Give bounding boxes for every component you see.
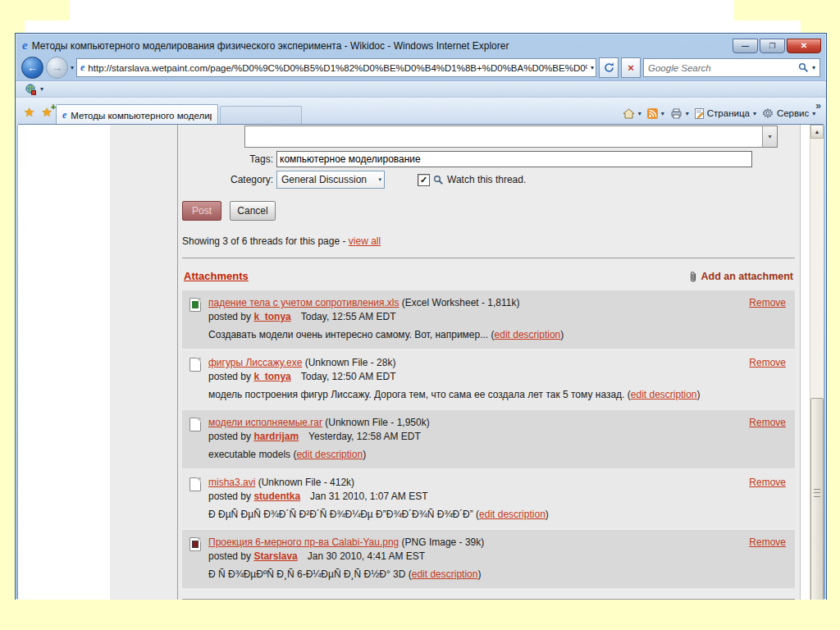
- tags-input[interactable]: [276, 151, 752, 167]
- page-sidebar: [110, 125, 178, 600]
- cancel-button[interactable]: Cancel: [230, 201, 276, 221]
- scrollbar-thumb[interactable]: [810, 398, 824, 600]
- attachment-name-link[interactable]: фигуры Лиссажу.exe: [208, 357, 302, 368]
- watch-label: Watch this thread.: [447, 174, 526, 185]
- add-favorite-plus: +: [51, 103, 56, 112]
- search-dropdown-icon[interactable]: [812, 64, 815, 71]
- address-dropdown-icon[interactable]: [591, 64, 594, 71]
- edit-description-link[interactable]: edit description: [479, 509, 546, 520]
- attachment-name-link[interactable]: Проекция 6-мерного пр-ва Calabi-Yau.png: [208, 536, 399, 548]
- attachment-user-link[interactable]: studentka: [253, 491, 300, 502]
- printer-icon: [670, 108, 682, 119]
- page-dropdown-icon[interactable]: [753, 110, 756, 117]
- attachments-heading[interactable]: Attachments: [184, 270, 249, 282]
- navigation-bar: e http://starslava.wetpaint.com/page/%D0…: [16, 55, 826, 80]
- category-label: Category:: [182, 174, 276, 185]
- combobox-arrow-icon[interactable]: [762, 126, 777, 147]
- search-input[interactable]: Google Search: [648, 63, 795, 73]
- home-icon: [623, 108, 635, 119]
- refresh-button[interactable]: [599, 57, 619, 78]
- tools-button-label: Сервис: [777, 108, 809, 118]
- attachment-description: Создавать модели очень интересно самому.…: [208, 329, 491, 340]
- minimize-button[interactable]: [733, 39, 758, 53]
- search-icon[interactable]: [798, 62, 809, 73]
- showing-text: Showing 3 of 6 threads for this page -: [182, 235, 349, 247]
- back-button[interactable]: [21, 57, 43, 79]
- tools-button[interactable]: Сервис: [762, 107, 815, 119]
- print-dropdown-icon[interactable]: [686, 110, 689, 117]
- attachment-row: Проекция 6-мерного пр-ва Calabi-Yau.png …: [182, 530, 795, 588]
- remove-link[interactable]: Remove: [749, 357, 786, 368]
- edit-description-link[interactable]: edit description: [412, 568, 478, 580]
- favorites-bar-item-icon[interactable]: [25, 84, 36, 95]
- post-button[interactable]: Post: [182, 201, 221, 221]
- remove-link[interactable]: Remove: [749, 536, 786, 548]
- attachment-row: misha3.avi (Unknown File - 412k) posted …: [182, 470, 795, 528]
- address-bar[interactable]: e http://starslava.wetpaint.com/page/%D0…: [76, 58, 596, 77]
- tab-active[interactable]: e Методы компьютерного моделирования физ…: [56, 104, 218, 126]
- tab-bar: + e Методы компьютерного моделирования ф…: [16, 97, 826, 126]
- page-right-margin: [800, 125, 810, 600]
- address-url[interactable]: http://starslava.wetpaint.com/page/%D0%9…: [88, 63, 587, 73]
- attachment-user-link[interactable]: k_tonya: [253, 371, 290, 382]
- attachment-name-link[interactable]: падение тела с учетом сопротивления.xls: [208, 297, 399, 308]
- stop-button[interactable]: [621, 57, 641, 78]
- close-button[interactable]: [787, 39, 821, 53]
- attachment-name-link[interactable]: misha3.avi: [208, 477, 255, 488]
- vertical-scrollbar[interactable]: [810, 125, 824, 600]
- attachment-meta: (Unknown File - 28k): [305, 357, 396, 368]
- attachment-name-link[interactable]: модели исполняемые.rar: [208, 417, 322, 428]
- scrollbar-grip: [814, 489, 820, 497]
- attachment-user-link[interactable]: k_tonya: [253, 311, 290, 322]
- attachment-meta: (PNG Image - 39k): [402, 536, 485, 548]
- print-button[interactable]: [670, 108, 689, 119]
- favorites-center-icon[interactable]: [24, 105, 34, 120]
- thread-body-combobox[interactable]: [244, 126, 778, 148]
- edit-description-link[interactable]: edit description: [631, 389, 697, 400]
- remove-link[interactable]: Remove: [749, 477, 786, 488]
- history-dropdown-icon[interactable]: [71, 64, 74, 71]
- feeds-dropdown-icon[interactable]: [661, 110, 664, 117]
- attachment-row: фигуры Лиссажу.exe (Unknown File - 28k) …: [182, 350, 795, 409]
- edit-description-link[interactable]: edit description: [495, 329, 561, 340]
- home-button[interactable]: [623, 108, 641, 119]
- add-favorite-icon[interactable]: +: [41, 105, 52, 120]
- tab-favicon-icon: e: [62, 109, 66, 121]
- page-favicon-icon: e: [80, 62, 84, 74]
- toolbar-overflow-chevron[interactable]: »: [815, 98, 821, 112]
- page-button-label: Страница: [707, 108, 750, 118]
- attachment-user-link[interactable]: hardrijam: [253, 431, 299, 442]
- category-select[interactable]: General Discussion: [276, 171, 385, 189]
- window-title: Методы компьютерного моделирования физич…: [32, 40, 728, 52]
- attachments-header: Attachments Add an attachment: [184, 270, 793, 282]
- add-attachment-button[interactable]: Add an attachment: [689, 271, 793, 282]
- remove-link[interactable]: Remove: [749, 417, 786, 428]
- forward-button[interactable]: [46, 57, 68, 79]
- feeds-button[interactable]: [647, 108, 664, 119]
- ie-logo-icon: e: [22, 39, 28, 52]
- attachment-meta: (Unknown File - 412k): [258, 477, 354, 488]
- threads-summary: Showing 3 of 6 threads for this page - v…: [182, 235, 795, 247]
- search-box[interactable]: Google Search: [643, 58, 820, 77]
- window-titlebar[interactable]: e Методы компьютерного моделирования физ…: [16, 34, 826, 55]
- form-buttons: Post Cancel: [182, 201, 795, 221]
- remove-link[interactable]: Remove: [749, 297, 786, 308]
- edit-description-link[interactable]: edit description: [296, 449, 363, 460]
- attachment-user-link[interactable]: Starslava: [253, 550, 297, 562]
- page-button[interactable]: Страница: [695, 108, 756, 119]
- posted-by-label: posted by: [208, 550, 251, 562]
- category-selected-value: General Discussion: [281, 174, 378, 185]
- view-all-link[interactable]: view all: [349, 235, 381, 247]
- home-dropdown-icon[interactable]: [638, 110, 641, 117]
- desktop: { "colors": { "page_background": "#ffffc…: [0, 0, 840, 630]
- new-tab-stub[interactable]: [220, 106, 302, 126]
- page-main-content: Tags: Category: General Discussion Watch…: [178, 125, 800, 600]
- links-dropdown-icon[interactable]: [40, 85, 43, 93]
- maximize-button[interactable]: [760, 39, 785, 53]
- page-left-margin: [18, 125, 110, 600]
- paperclip-icon: [689, 271, 697, 282]
- watch-checkbox[interactable]: [418, 174, 430, 186]
- attachment-date: Yesterday, 12:58 AM EDT: [308, 431, 421, 442]
- scrollbar-up-button[interactable]: [810, 125, 824, 139]
- add-attachment-label: Add an attachment: [701, 271, 793, 282]
